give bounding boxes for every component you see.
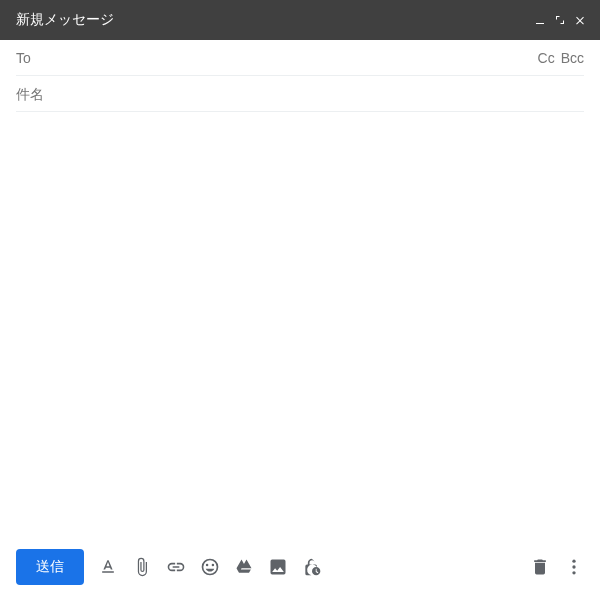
link-button[interactable]: [166, 557, 186, 577]
send-button[interactable]: 送信: [16, 549, 84, 585]
window-title: 新規メッセージ: [16, 11, 530, 29]
subject-row: [16, 76, 584, 112]
lock-clock-icon: [302, 557, 322, 577]
svg-point-1: [572, 560, 575, 563]
close-icon: [574, 14, 586, 26]
to-input[interactable]: [39, 50, 532, 66]
svg-point-2: [572, 565, 575, 568]
cc-toggle[interactable]: Cc: [538, 50, 555, 66]
expand-icon: [554, 14, 566, 26]
minimize-button[interactable]: [530, 10, 550, 30]
discard-button[interactable]: [530, 557, 550, 577]
link-icon: [166, 557, 186, 577]
bcc-toggle[interactable]: Bcc: [561, 50, 584, 66]
titlebar: 新規メッセージ: [0, 0, 600, 40]
image-button[interactable]: [268, 557, 288, 577]
to-row: To Cc Bcc: [16, 40, 584, 76]
svg-point-3: [572, 571, 575, 574]
close-button[interactable]: [570, 10, 590, 30]
trash-icon: [530, 557, 550, 577]
formatting-button[interactable]: [98, 557, 118, 577]
subject-input[interactable]: [16, 86, 584, 102]
to-label: To: [16, 50, 31, 66]
attach-button[interactable]: [132, 557, 152, 577]
drive-button[interactable]: [234, 557, 254, 577]
paperclip-icon: [132, 557, 152, 577]
emoji-button[interactable]: [200, 557, 220, 577]
confidential-button[interactable]: [302, 557, 322, 577]
minimize-icon: [534, 14, 546, 26]
header-fields: To Cc Bcc: [0, 40, 600, 112]
text-format-icon: [98, 557, 118, 577]
more-vert-icon: [564, 557, 584, 577]
compose-window: 新規メッセージ To Cc Bcc 送信: [0, 0, 600, 595]
image-icon: [268, 557, 288, 577]
drive-icon: [234, 557, 254, 577]
bottom-toolbar: 送信: [0, 539, 600, 595]
more-button[interactable]: [564, 557, 584, 577]
message-body[interactable]: [0, 112, 600, 539]
smiley-icon: [200, 557, 220, 577]
fullscreen-button[interactable]: [550, 10, 570, 30]
svg-rect-0: [536, 23, 544, 24]
